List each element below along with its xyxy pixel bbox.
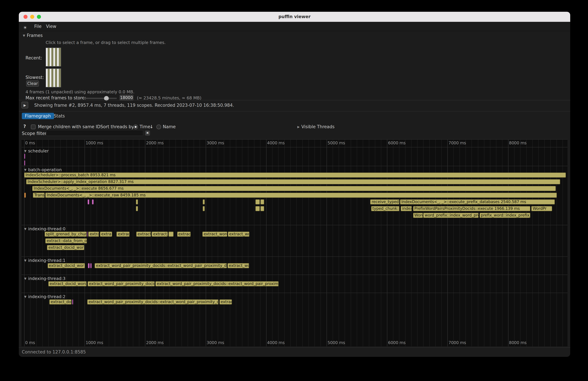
- menubar: ☀ File View: [19, 22, 570, 31]
- tab-stats[interactable]: Stats: [51, 113, 68, 119]
- scope-bar[interactable]: [87, 232, 88, 237]
- scope-bar[interactable]: IndexScheduler>::process_batch 8953.821 …: [24, 172, 566, 178]
- scope-bar[interactable]: Trans: [33, 193, 45, 198]
- scope-bar[interactable]: [260, 206, 264, 211]
- clear-button[interactable]: Clear: [26, 81, 39, 87]
- scope-bar[interactable]: extract_word: [202, 232, 227, 237]
- max-frames-value[interactable]: 18000: [120, 95, 134, 101]
- frames-summary: 4 frames (1 unpacked) using approximatel…: [25, 89, 134, 94]
- scope-bar[interactable]: [203, 199, 205, 204]
- scope-bar[interactable]: extrac: [219, 299, 232, 304]
- play-button[interactable]: ▶: [21, 102, 28, 108]
- scope-bar[interactable]: split_grenad_by_chun: [44, 232, 86, 237]
- time-gridline: [121, 140, 121, 346]
- scope-bar[interactable]: extract_wo: [228, 263, 249, 268]
- sort-time-radio[interactable]: [133, 125, 138, 129]
- scope-bar[interactable]: extract::data_from_ob: [45, 238, 87, 243]
- scope-bar[interactable]: extract_wo: [228, 232, 249, 237]
- scope-bar[interactable]: index: [401, 206, 412, 211]
- time-gridline: [212, 140, 212, 346]
- flamegraph-canvas[interactable]: 0 ms0 ms1000 ms1000 ms2000 ms2000 ms3000…: [21, 139, 567, 346]
- time-gridline: [514, 140, 514, 346]
- scope-bar[interactable]: [255, 206, 260, 211]
- scope-bar[interactable]: extract_word_pair_proximity_docids::extr…: [156, 281, 279, 286]
- scope-bar[interactable]: extrac: [117, 232, 129, 237]
- time-gridline: [103, 140, 103, 346]
- merge-children-checkbox[interactable]: [31, 125, 36, 129]
- scope-bar[interactable]: word_prefix::index_word_prefix_: [423, 213, 479, 218]
- frames-section-label: Frames: [27, 33, 43, 38]
- time-gridline: [460, 140, 460, 346]
- scope-bar[interactable]: [90, 263, 92, 268]
- scope-bar[interactable]: extract: [177, 232, 191, 237]
- scope-bar[interactable]: [72, 299, 73, 304]
- titlebar: puffin viewer: [19, 12, 570, 22]
- menu-view[interactable]: View: [46, 24, 56, 29]
- scope-bar[interactable]: IndexDocuments<_, _>::execute_raw 8459.1…: [45, 193, 557, 198]
- scope-bar[interactable]: extract: [88, 232, 99, 237]
- separator: [19, 100, 570, 100]
- thread-header-scheduler[interactable]: ▼scheduler: [24, 148, 49, 153]
- scope-bar[interactable]: [136, 199, 138, 204]
- scope-bar[interactable]: IndexDocuments<_, _>::execute_prefix_dat…: [400, 199, 555, 204]
- visible-threads-toggle[interactable]: ▶Visible Threads: [297, 124, 335, 129]
- scope-bar[interactable]: extract_docid_word: [48, 281, 86, 286]
- time-gridline: [320, 140, 321, 346]
- scope-bar[interactable]: extract_word_pair_proximity_docids::extr…: [87, 299, 219, 304]
- scope-bar[interactable]: extra: [100, 232, 112, 237]
- scope-filter-input[interactable]: [46, 130, 143, 136]
- scope-bar[interactable]: [88, 199, 89, 204]
- scope-bar[interactable]: receive_typed_: [370, 199, 399, 204]
- time-gridline: [436, 140, 436, 346]
- scope-bar[interactable]: Word: [413, 213, 423, 218]
- thread-header-indexing-thread:3[interactable]: ▼indexing-thread:3: [24, 276, 65, 281]
- scope-bar[interactable]: [203, 206, 205, 211]
- scope-bar[interactable]: extract_: [152, 232, 168, 237]
- time-tick-label: 8000 ms: [509, 340, 526, 345]
- scope-bar[interactable]: IndexScheduler>::apply_index_operation 8…: [26, 179, 560, 184]
- scope-bar[interactable]: typed_chunk::w: [371, 206, 399, 211]
- scope-bar[interactable]: extract_word_pair_proximity_docids::extr…: [95, 263, 227, 268]
- scope-bar[interactable]: [24, 160, 25, 166]
- time-gridline: [290, 140, 291, 346]
- slowest-frames-thumbnail[interactable]: [46, 68, 61, 87]
- thread-header-indexing-thread:1[interactable]: ▼indexing-thread:1: [24, 258, 65, 263]
- recent-frames-thumbnail[interactable]: [46, 48, 61, 66]
- time-gridline: [260, 140, 260, 346]
- scope-bar[interactable]: IndexDocuments<_, _>::execute 8656.677 m…: [32, 186, 556, 191]
- scope-bar[interactable]: prefix_word::index_prefix_wo: [480, 213, 530, 218]
- scope-bar[interactable]: [136, 206, 138, 211]
- scope-bar[interactable]: extract_docid_wor: [47, 263, 85, 268]
- desktop: puffin viewer ☀ File View ▼Frames Click …: [0, 0, 588, 381]
- tab-flamegraph[interactable]: Flamegraph: [22, 113, 54, 119]
- scope-bar[interactable]: [255, 199, 260, 204]
- scope-bar[interactable]: [92, 199, 94, 204]
- clear-filter-button[interactable]: ✖: [145, 130, 150, 136]
- scope-bar[interactable]: extract_: [136, 232, 151, 237]
- time-gridline: [115, 140, 115, 346]
- scope-bar[interactable]: [260, 199, 264, 204]
- scope-bar[interactable]: extract_doc: [49, 299, 72, 304]
- help-button[interactable]: ?: [22, 124, 27, 129]
- time-gridline: [508, 140, 508, 346]
- scope-bar[interactable]: extract_docid_wor: [47, 245, 84, 250]
- frames-section-toggle[interactable]: ▼Frames: [23, 33, 43, 38]
- scope-bar[interactable]: [24, 193, 26, 198]
- scope-bar[interactable]: [24, 154, 25, 159]
- sort-direction-icon[interactable]: ↓: [150, 124, 153, 129]
- time-tick-label: 5000 ms: [328, 340, 345, 345]
- time-gridline: [206, 140, 206, 346]
- scope-bar[interactable]: [88, 263, 89, 268]
- thread-header-batch-operation[interactable]: ▼batch-operation: [24, 167, 62, 172]
- sort-name-radio[interactable]: [156, 125, 161, 129]
- max-frames-note: (≈ 23428.5 minutes, ≈ 68 MB): [137, 95, 201, 100]
- max-frames-slider[interactable]: [83, 98, 117, 99]
- thread-header-indexing-thread:2[interactable]: ▼indexing-thread:2: [24, 294, 65, 299]
- scope-bar[interactable]: PrefixWordPairsProximityDocids::execute …: [413, 206, 530, 211]
- scope-bar[interactable]: WordPr: [531, 206, 552, 211]
- menu-file[interactable]: File: [34, 24, 42, 29]
- scope-bar[interactable]: [168, 232, 174, 237]
- thread-separator: [21, 275, 567, 275]
- scope-bar[interactable]: extract_word_pair_proximity_docids: [88, 281, 155, 286]
- thread-header-indexing-thread:0[interactable]: ▼indexing-thread:0: [24, 226, 65, 231]
